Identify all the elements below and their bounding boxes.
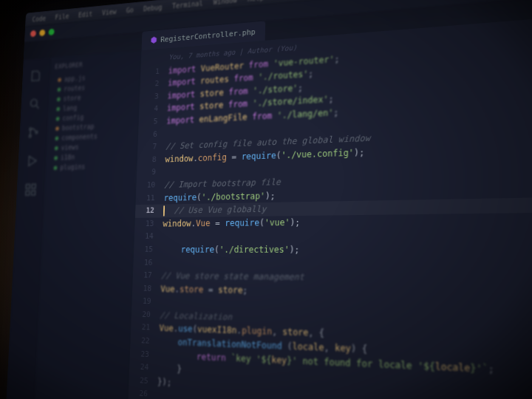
svg-point-0 (30, 99, 37, 106)
svg-point-2 (29, 135, 31, 137)
tab-filename: RegisterController.php (160, 27, 256, 44)
svg-rect-5 (32, 184, 35, 188)
status-dot-icon (58, 78, 61, 82)
code-editor[interactable]: 1234567891011121314151617181920212223242… (126, 9, 532, 399)
code-content[interactable]: You, 7 months ago | Author (You) import … (154, 13, 532, 399)
git-icon[interactable] (27, 125, 40, 140)
status-dot-icon (57, 87, 61, 92)
status-dot-icon (55, 126, 59, 131)
explorer-panel: Explorer app.jsroutesstorelangconfigboot… (33, 50, 141, 399)
tree-item[interactable]: plugins (50, 160, 133, 172)
status-dot-icon (55, 136, 58, 140)
menu-terminal[interactable]: Terminal (172, 0, 203, 10)
menu-debug[interactable]: Debug (143, 3, 163, 12)
minimize-icon[interactable] (39, 30, 45, 36)
menu-view[interactable]: View (102, 7, 117, 16)
status-dot-icon (55, 146, 58, 150)
editor-screen: Code File Edit View Go Debug Terminal Wi… (4, 0, 532, 399)
menu-window[interactable]: Window (214, 0, 237, 6)
svg-rect-4 (26, 184, 30, 188)
status-dot-icon (56, 117, 60, 121)
menu-file[interactable]: File (55, 13, 69, 21)
menu-help[interactable]: Help (248, 0, 264, 2)
svg-point-3 (35, 131, 38, 133)
status-dot-icon (57, 97, 61, 101)
debug-icon[interactable] (25, 154, 38, 168)
extensions-icon[interactable] (24, 183, 37, 197)
svg-rect-6 (26, 191, 30, 195)
close-icon[interactable] (30, 30, 36, 37)
explorer-title: Explorer (55, 58, 136, 70)
maximize-icon[interactable] (49, 29, 55, 35)
php-icon: ⬢ (151, 35, 157, 45)
svg-rect-7 (32, 191, 35, 195)
menu-go[interactable]: Go (126, 6, 134, 14)
menu-edit[interactable]: Edit (78, 10, 93, 18)
code-line[interactable]: require('./directives'); (162, 242, 532, 257)
search-icon[interactable] (28, 97, 41, 112)
menu-code[interactable]: Code (32, 15, 46, 23)
status-dot-icon (56, 106, 60, 111)
files-icon[interactable] (30, 68, 43, 83)
svg-point-1 (30, 128, 32, 130)
status-dot-icon (54, 166, 58, 170)
status-dot-icon (54, 156, 58, 160)
